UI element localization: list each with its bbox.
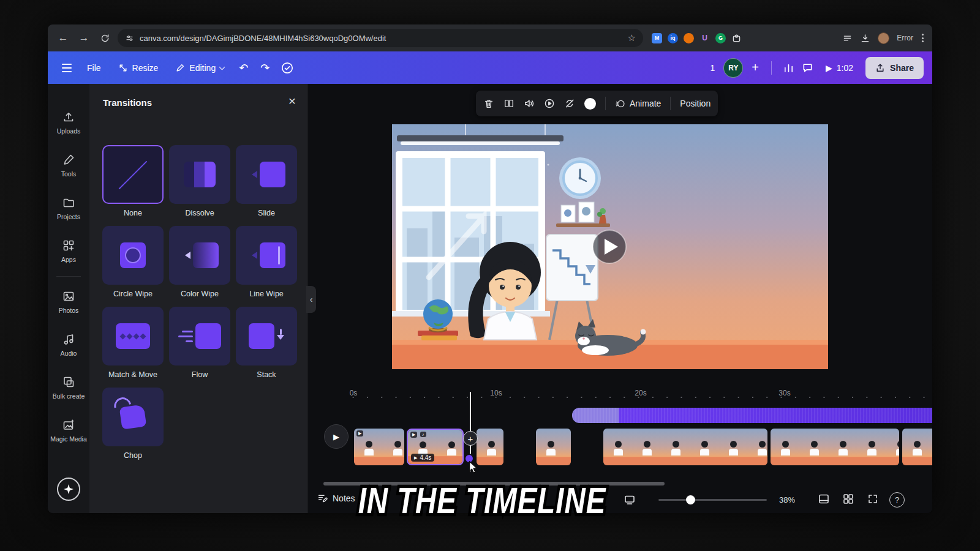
forward-button[interactable]: →: [76, 30, 92, 46]
file-menu[interactable]: File: [80, 58, 108, 78]
loop-off-icon: [564, 98, 575, 109]
back-button[interactable]: ←: [55, 30, 71, 46]
magic-assistant-button[interactable]: [57, 478, 80, 501]
clip-play-chip: ▶: [356, 430, 363, 437]
video-preview[interactable]: [392, 124, 828, 369]
url-bar[interactable]: canva.com/design/DAGimjBDONE/48MHIM4hSi6…: [118, 29, 643, 47]
tools-icon: [62, 153, 75, 167]
orange-extension-icon[interactable]: [684, 33, 694, 43]
cloud-saved-icon[interactable]: [281, 61, 294, 75]
reading-list-icon[interactable]: [842, 33, 853, 43]
transition-line-wipe[interactable]: [236, 226, 297, 285]
thumb: [477, 429, 503, 465]
clip-duration: 4.4s: [420, 454, 431, 461]
share-label: Share: [890, 63, 914, 73]
site-info-icon[interactable]: [125, 34, 134, 43]
none-graphic: [115, 157, 151, 192]
transition-label: Color Wipe: [169, 290, 230, 298]
fullscreen-button[interactable]: [867, 493, 879, 505]
video-clip-3[interactable]: [477, 429, 503, 465]
close-icon[interactable]: ×: [288, 94, 296, 108]
undo-button[interactable]: ↶: [234, 59, 253, 77]
split-button[interactable]: [503, 98, 514, 109]
sidebar-item-projects[interactable]: Projects: [48, 187, 89, 230]
add-transition-button[interactable]: +: [463, 431, 478, 446]
editor-main: ‹ Animate Position: [307, 84, 932, 513]
sidebar-item-label: Tools: [61, 170, 77, 178]
delete-button[interactable]: [483, 98, 494, 109]
trash-icon: [483, 98, 494, 109]
sidebar-item-uploads[interactable]: Uploads: [48, 101, 89, 144]
pages-view-button[interactable]: [818, 493, 830, 505]
insights-chart-icon[interactable]: [783, 62, 794, 73]
sidebar-item-tools[interactable]: Tools: [48, 144, 89, 187]
grid-view-button[interactable]: [842, 493, 854, 505]
chrome-right-cluster: Error: [842, 32, 925, 44]
thumb: [931, 429, 932, 465]
audio-track[interactable]: [572, 408, 932, 423]
slide-graphic: [260, 162, 285, 187]
video-clip-4[interactable]: [536, 429, 571, 465]
animate-icon: [615, 99, 625, 109]
video-clip-2-selected[interactable]: ▶ ♪ ▶4.4s: [407, 429, 464, 465]
video-clip-6[interactable]: [771, 429, 899, 465]
animate-button[interactable]: Animate: [615, 99, 661, 109]
grammarly-extension-icon[interactable]: G: [715, 33, 726, 43]
sidebar-item-photos[interactable]: Photos: [48, 280, 89, 323]
sidebar-item-magic-media[interactable]: Magic Media: [48, 409, 89, 452]
position-button[interactable]: Position: [680, 99, 710, 108]
transition-none[interactable]: [102, 145, 164, 204]
zoom-slider-knob[interactable]: [686, 495, 695, 504]
transition-stack[interactable]: [236, 307, 297, 365]
sidebar-item-bulk-create[interactable]: Bulk create: [48, 366, 89, 409]
u-extension-icon[interactable]: U: [699, 33, 710, 43]
resize-icon: [118, 63, 128, 73]
transition-match-move[interactable]: [102, 307, 164, 365]
color-swatch[interactable]: [584, 98, 596, 110]
transition-label: Match & Move: [102, 370, 164, 379]
panel-collapse-button[interactable]: ‹: [306, 286, 316, 313]
display-mode-icon[interactable]: [624, 493, 636, 506]
reload-button[interactable]: [97, 30, 113, 46]
chrome-menu-icon[interactable]: [921, 32, 925, 43]
timeline-play-button[interactable]: ▶: [324, 424, 349, 449]
bookmark-star-icon[interactable]: ☆: [628, 32, 636, 43]
avatar[interactable]: RY: [723, 58, 743, 78]
iq-extension-icon[interactable]: iq: [668, 33, 678, 43]
notes-button[interactable]: Notes: [317, 493, 355, 503]
content-row: Uploads Tools Projects Apps Photos Aud: [48, 84, 932, 513]
editing-mode-dropdown[interactable]: Editing: [168, 58, 232, 78]
video-clip-7[interactable]: [902, 429, 932, 465]
transition-circle-wipe[interactable]: [102, 226, 164, 285]
transitions-panel: Transitions × None Dissolve Slide Circle…: [89, 84, 307, 513]
sidebar-item-apps[interactable]: Apps: [48, 230, 89, 272]
playback-button[interactable]: [544, 98, 555, 109]
invite-button[interactable]: +: [750, 61, 760, 75]
extensions-puzzle-icon[interactable]: [731, 33, 742, 43]
transition-color-wipe[interactable]: [169, 226, 230, 285]
video-clip-5[interactable]: [603, 429, 767, 465]
sidebar-item-audio[interactable]: Audio: [48, 323, 89, 366]
loop-button[interactable]: [564, 98, 575, 109]
volume-button[interactable]: [524, 98, 535, 109]
download-icon[interactable]: [860, 33, 870, 43]
profile-avatar[interactable]: [878, 32, 889, 44]
arrow-down-icon: [277, 329, 284, 343]
preview-play-button[interactable]: ▶ 1:02: [821, 59, 858, 77]
help-button[interactable]: ?: [889, 492, 905, 508]
redo-button[interactable]: ↷: [255, 59, 274, 77]
transition-flow[interactable]: [169, 307, 230, 365]
share-button[interactable]: Share: [865, 57, 924, 79]
transition-slide[interactable]: [236, 145, 297, 204]
divider: [670, 97, 671, 110]
transition-dissolve[interactable]: [169, 145, 230, 204]
comment-icon[interactable]: [802, 62, 813, 73]
gmail-extension-icon[interactable]: M: [652, 33, 662, 43]
menu-icon[interactable]: [56, 58, 77, 78]
transition-chop[interactable]: [102, 388, 164, 446]
resize-button[interactable]: Resize: [111, 58, 166, 78]
transition-label: Circle Wipe: [102, 290, 164, 298]
zoom-slider[interactable]: [658, 499, 767, 501]
timeline-scrollbar[interactable]: [323, 482, 665, 485]
video-clip-1[interactable]: ▶: [354, 429, 404, 465]
